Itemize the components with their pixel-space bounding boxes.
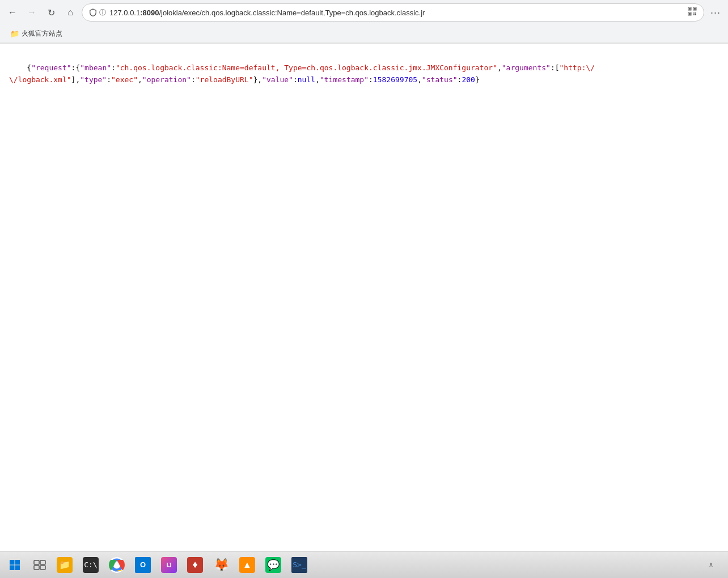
svg-point-20 xyxy=(115,563,119,567)
windows-start-button[interactable] xyxy=(2,554,27,576)
back-button[interactable]: ← xyxy=(5,5,20,20)
forward-button[interactable]: → xyxy=(24,5,40,20)
bookmark-label-1: 火狐官方站点 xyxy=(22,29,62,39)
file-explorer-button[interactable]: 📁 xyxy=(52,554,77,576)
url-host: 127.0.0.1 xyxy=(109,8,140,17)
svg-rect-9 xyxy=(695,14,696,15)
url-path: /jolokia/exec/ch.qos.logback.classic:Nam… xyxy=(159,8,425,17)
url-port: :8090 xyxy=(140,8,159,17)
svg-rect-6 xyxy=(693,12,695,14)
terminal2-button[interactable]: S>_ xyxy=(287,554,312,576)
json-line-2: \/logback.xml"],"type":"exec","operation… xyxy=(9,75,480,84)
svg-rect-10 xyxy=(10,560,15,565)
outlook-button[interactable]: O xyxy=(130,554,155,576)
firefox-button[interactable]: 🦊 xyxy=(209,554,234,576)
svg-rect-15 xyxy=(40,560,45,564)
svg-rect-14 xyxy=(34,560,39,564)
svg-rect-1 xyxy=(689,8,691,10)
json-line-1: {"request":{"mbean":"ch.qos.logback.clas… xyxy=(27,63,595,72)
taskbar: 📁 C:\ O IJ ♦ 🦊 ▲ xyxy=(0,551,728,578)
svg-rect-3 xyxy=(694,8,696,10)
page-content: {"request":{"mbean":"ch.qos.logback.clas… xyxy=(0,44,728,551)
wechat-button[interactable]: 💬 xyxy=(261,554,286,576)
jetbrains-button[interactable]: IJ xyxy=(156,554,181,576)
chrome-button[interactable] xyxy=(104,554,129,576)
bookmarks-bar: 📁 火狐官方站点 xyxy=(0,25,728,43)
svg-rect-13 xyxy=(15,565,20,570)
address-bar[interactable]: ⓘ 127.0.0.1:8090/jolokia/exec/ch.qos.log… xyxy=(82,3,704,22)
svg-rect-12 xyxy=(10,565,15,570)
tray-icons[interactable]: ∧ xyxy=(700,554,722,576)
svg-rect-5 xyxy=(689,13,691,15)
svg-rect-7 xyxy=(695,12,696,14)
svg-rect-16 xyxy=(34,566,39,570)
svg-rect-11 xyxy=(15,560,20,565)
reload-button[interactable]: ↻ xyxy=(43,5,59,20)
svg-rect-8 xyxy=(693,14,695,15)
home-button[interactable]: ⌂ xyxy=(62,5,78,20)
security-icon: ⓘ xyxy=(89,8,106,18)
url-text: 127.0.0.1:8090/jolokia/exec/ch.qos.logba… xyxy=(109,8,684,17)
folder-icon: 📁 xyxy=(10,29,19,38)
system-tray: ∧ xyxy=(700,554,726,576)
qr-code-icon[interactable] xyxy=(688,7,697,18)
browser-chrome: ← → ↻ ⌂ ⓘ 127.0.0.1:8090/jolokia/exec/ch… xyxy=(0,0,728,44)
json-response: {"request":{"mbean":"ch.qos.logback.clas… xyxy=(9,50,719,97)
bookmark-item-1[interactable]: 📁 火狐官方站点 xyxy=(7,28,66,40)
task-view-button[interactable] xyxy=(28,554,51,576)
terminal-button[interactable]: C:\ xyxy=(78,554,103,576)
app-orange-button[interactable]: ▲ xyxy=(235,554,260,576)
navigation-bar: ← → ↻ ⌂ ⓘ 127.0.0.1:8090/jolokia/exec/ch… xyxy=(0,0,728,25)
svg-rect-17 xyxy=(40,566,45,570)
browser-menu-button[interactable]: ··· xyxy=(708,5,723,20)
app-red-button[interactable]: ♦ xyxy=(183,554,208,576)
